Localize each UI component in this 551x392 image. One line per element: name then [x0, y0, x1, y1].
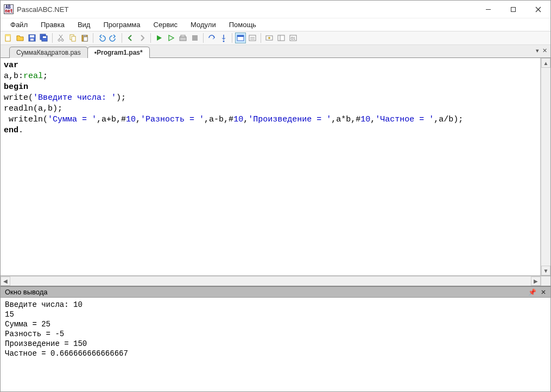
output-close-icon[interactable]: ✕ — [541, 288, 546, 296]
nav-back-button[interactable] — [125, 33, 136, 43]
svg-rect-22 — [181, 35, 185, 37]
svg-rect-21 — [180, 37, 186, 41]
svg-rect-19 — [83, 35, 86, 36]
menu-service[interactable]: Сервис — [148, 20, 183, 30]
svg-point-13 — [61, 39, 64, 41]
scroll-left-icon[interactable]: ◀ — [1, 277, 10, 286]
tab-summakvadratov[interactable]: СуммаКвадратов.pas — [9, 47, 88, 58]
window-title: PascalABC.NET — [17, 5, 68, 14]
output-title: Окно вывода — [5, 288, 48, 296]
svg-rect-8 — [30, 38, 34, 41]
output-text[interactable]: Введите числа: 10 15 Сумма = 25 Разность… — [1, 298, 550, 391]
output-panel: Окно вывода 📌 ✕ Введите числа: 10 15 Сум… — [1, 286, 550, 391]
tab-program1[interactable]: •Program1.pas* — [87, 47, 150, 58]
svg-rect-27 — [237, 35, 244, 37]
run-button[interactable] — [154, 33, 164, 43]
svg-text:01: 01 — [291, 36, 295, 40]
svg-rect-5 — [5, 35, 10, 36]
redo-button[interactable] — [108, 33, 119, 43]
menu-edit[interactable]: Правка — [35, 20, 70, 30]
svg-rect-17 — [72, 36, 75, 41]
run-no-debug-button[interactable] — [166, 33, 176, 43]
menu-view[interactable]: Вид — [72, 20, 96, 30]
menu-program[interactable]: Программа — [98, 20, 145, 30]
menu-help[interactable]: Помощь — [224, 20, 262, 30]
svg-point-32 — [268, 37, 270, 39]
undo-button[interactable] — [96, 33, 107, 43]
svg-point-25 — [223, 41, 225, 42]
tab-close-icon[interactable]: ✕ — [542, 47, 547, 54]
svg-rect-28 — [249, 35, 256, 41]
step-into-button[interactable] — [218, 33, 229, 43]
scroll-right-icon[interactable]: ▶ — [531, 277, 541, 286]
svg-rect-7 — [30, 35, 34, 37]
svg-rect-33 — [278, 35, 284, 41]
step-over-button[interactable] — [206, 33, 217, 43]
copy-button[interactable] — [67, 33, 78, 43]
file-tabstrip: СуммаКвадратов.pas •Program1.pas* ▾ ✕ — [1, 45, 550, 58]
new-file-button[interactable] — [3, 33, 14, 43]
svg-rect-23 — [192, 35, 198, 41]
menu-file[interactable]: Файл — [5, 20, 33, 30]
open-file-button[interactable] — [15, 33, 26, 43]
output-header: Окно вывода 📌 ✕ — [1, 287, 550, 298]
save-button[interactable] — [27, 33, 37, 43]
scroll-down-icon[interactable]: ▼ — [541, 266, 550, 275]
title-bar: PascalABC.NET — [1, 1, 550, 18]
tab-dropdown-icon[interactable]: ▾ — [536, 47, 539, 54]
locals-button[interactable] — [276, 33, 287, 43]
minimize-button[interactable] — [476, 1, 501, 17]
watch-button[interactable] — [264, 33, 275, 43]
menu-bar: Файл Правка Вид Программа Сервис Модули … — [1, 18, 550, 31]
editor-horizontal-scrollbar[interactable]: ◀ ▶ — [1, 276, 550, 286]
svg-rect-11 — [43, 36, 46, 38]
code-editor[interactable]: var a,b:real; begin write('Введите числа… — [1, 58, 541, 275]
disassembly-button[interactable]: 01 — [288, 33, 299, 43]
scroll-up-icon[interactable]: ▲ — [541, 58, 550, 68]
app-icon — [4, 4, 14, 14]
compile-button[interactable] — [178, 33, 188, 43]
stop-button[interactable] — [189, 33, 200, 43]
maximize-button[interactable] — [501, 1, 525, 17]
output-window-button[interactable] — [235, 33, 246, 43]
toolbar: 01 — [1, 31, 550, 45]
pin-icon[interactable]: 📌 — [528, 288, 536, 296]
svg-rect-1 — [511, 7, 515, 11]
save-all-button[interactable] — [39, 33, 49, 43]
nav-forward-button[interactable] — [137, 33, 148, 43]
cut-button[interactable] — [55, 33, 66, 43]
menu-modules[interactable]: Модули — [185, 20, 221, 30]
editor-vertical-scrollbar[interactable]: ▲ ▼ — [541, 58, 550, 275]
svg-point-12 — [58, 39, 60, 41]
error-list-button[interactable] — [247, 33, 258, 43]
paste-button[interactable] — [79, 33, 90, 43]
svg-rect-20 — [84, 37, 87, 41]
close-button[interactable] — [525, 1, 550, 17]
